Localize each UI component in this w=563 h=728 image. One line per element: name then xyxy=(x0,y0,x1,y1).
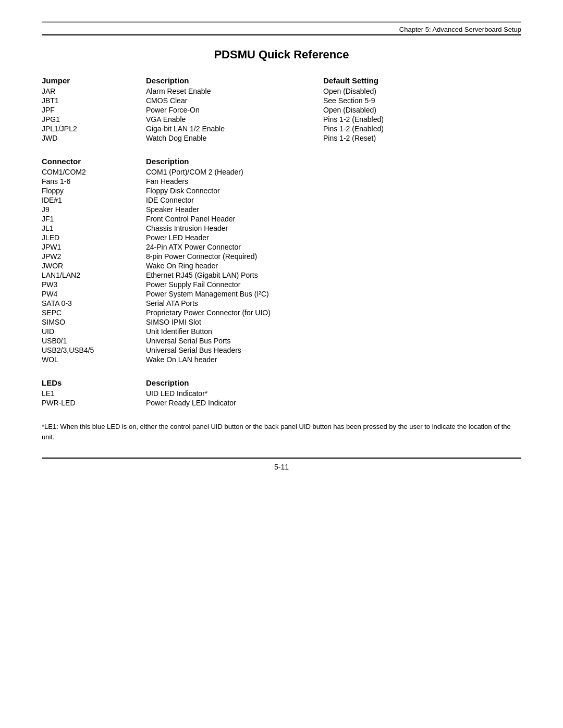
table-row: Fans 1-6 Fan Headers xyxy=(42,177,521,186)
connector-description: 8-pin Power Connector (Required) xyxy=(146,252,323,261)
connector-name: SEPC xyxy=(42,309,146,317)
connector-name: UID xyxy=(42,327,146,336)
led-description: Power Ready LED Indicator xyxy=(146,399,323,407)
table-row: USB0/1 Universal Serial Bus Ports xyxy=(42,337,521,345)
second-rule xyxy=(42,34,521,35)
connector-name: JL1 xyxy=(42,224,146,232)
jumper-description: Alarm Reset Enable xyxy=(146,87,323,95)
table-row: PW4 Power System Management Bus (I²C) xyxy=(42,290,521,298)
connector-description: Power LED Header xyxy=(146,233,323,242)
table-row: Floppy Floppy Disk Connector xyxy=(42,187,521,195)
connector-description: Floppy Disk Connector xyxy=(146,187,323,195)
jumper-default: Open (Disabled) xyxy=(323,87,469,95)
jumper-col2-header: Description xyxy=(146,76,323,85)
connector-description: SIMSO IPMI Slot xyxy=(146,318,323,326)
table-row: JPF Power Force-On Open (Disabled) xyxy=(42,106,521,114)
connector-name: JLED xyxy=(42,233,146,242)
jumper-default: Pins 1-2 (Enabled) xyxy=(323,125,469,133)
jumper-description: CMOS Clear xyxy=(146,96,323,105)
connector-description: Wake On LAN header xyxy=(146,355,323,364)
leds-section: LEDs Description LE1 UID LED Indicator* … xyxy=(42,378,521,407)
table-row: JPL1/JPL2 Giga-bit LAN 1/2 Enable Pins 1… xyxy=(42,125,521,133)
connector-name: JF1 xyxy=(42,215,146,223)
connector-name: SATA 0-3 xyxy=(42,299,146,307)
table-row: WOL Wake On LAN header xyxy=(42,355,521,364)
table-row: JF1 Front Control Panel Header xyxy=(42,215,521,223)
connector-description: Universal Serial Bus Ports xyxy=(146,337,323,345)
led-name: LE1 xyxy=(42,389,146,398)
table-row: JAR Alarm Reset Enable Open (Disabled) xyxy=(42,87,521,95)
table-row: UID Unit Identifier Button xyxy=(42,327,521,336)
connector-description: IDE Connector xyxy=(146,196,323,204)
jumper-description: Giga-bit LAN 1/2 Enable xyxy=(146,125,323,133)
table-row: USB2/3,USB4/5 Universal Serial Bus Heade… xyxy=(42,346,521,354)
connector-description: COM1 (Port)/COM 2 (Header) xyxy=(146,168,323,176)
connector-name: LAN1/LAN2 xyxy=(42,271,146,279)
bottom-rule xyxy=(42,458,521,459)
connector-description: Fan Headers xyxy=(146,177,323,186)
connector-name: WOL xyxy=(42,355,146,364)
chapter-header: Chapter 5: Advanced Serverboard Setup xyxy=(42,26,521,33)
page: Chapter 5: Advanced Serverboard Setup PD… xyxy=(0,0,563,728)
connector-name: SIMSO xyxy=(42,318,146,326)
connector-section: Connector Description COM1/COM2 COM1 (Po… xyxy=(42,157,521,364)
leds-rows: LE1 UID LED Indicator* PWR-LED Power Rea… xyxy=(42,389,521,407)
connector-col2-header: Description xyxy=(146,157,323,166)
connector-description: Serial ATA Ports xyxy=(146,299,323,307)
jumper-description: Power Force-On xyxy=(146,106,323,114)
connector-description: Ethernet RJ45 (Gigabit LAN) Ports xyxy=(146,271,323,279)
table-row: JL1 Chassis Intrusion Header xyxy=(42,224,521,232)
jumper-col1-header: Jumper xyxy=(42,76,146,85)
connector-description: Wake On Ring header xyxy=(146,262,323,270)
table-row: COM1/COM2 COM1 (Port)/COM 2 (Header) xyxy=(42,168,521,176)
connector-name: PW3 xyxy=(42,280,146,289)
table-row: PWR-LED Power Ready LED Indicator xyxy=(42,399,521,407)
connector-description: Unit Identifier Button xyxy=(146,327,323,336)
table-row: JWD Watch Dog Enable Pins 1-2 (Reset) xyxy=(42,134,521,142)
jumper-name: JPF xyxy=(42,106,146,114)
leds-col2-header: Description xyxy=(146,378,323,387)
leds-col-headers: LEDs Description xyxy=(42,378,521,387)
connector-name: IDE#1 xyxy=(42,196,146,204)
connector-name: Floppy xyxy=(42,187,146,195)
jumper-name: JAR xyxy=(42,87,146,95)
table-row: PW3 Power Supply Fail Connector xyxy=(42,280,521,289)
jumper-description: VGA Enable xyxy=(146,115,323,124)
jumper-name: JBT1 xyxy=(42,96,146,105)
table-row: J9 Speaker Header xyxy=(42,205,521,214)
led-description: UID LED Indicator* xyxy=(146,389,323,398)
table-row: JPW2 8-pin Power Connector (Required) xyxy=(42,252,521,261)
connector-name: JPW2 xyxy=(42,252,146,261)
connector-name: JWOR xyxy=(42,262,146,270)
connector-name: PW4 xyxy=(42,290,146,298)
table-row: SATA 0-3 Serial ATA Ports xyxy=(42,299,521,307)
jumper-description: Watch Dog Enable xyxy=(146,134,323,142)
jumper-col-headers: Jumper Description Default Setting xyxy=(42,76,521,85)
table-row: IDE#1 IDE Connector xyxy=(42,196,521,204)
table-row: SEPC Proprietary Power Connector (for UI… xyxy=(42,309,521,317)
connector-rows: COM1/COM2 COM1 (Port)/COM 2 (Header) Fan… xyxy=(42,168,521,364)
table-row: JBT1 CMOS Clear See Section 5-9 xyxy=(42,96,521,105)
connector-name: COM1/COM2 xyxy=(42,168,146,176)
connector-name: Fans 1-6 xyxy=(42,177,146,186)
table-row: JLED Power LED Header xyxy=(42,233,521,242)
jumper-section: Jumper Description Default Setting JAR A… xyxy=(42,76,521,142)
table-row: LE1 UID LED Indicator* xyxy=(42,389,521,398)
page-title: PDSMU Quick Reference xyxy=(42,48,521,61)
table-row: LAN1/LAN2 Ethernet RJ45 (Gigabit LAN) Po… xyxy=(42,271,521,279)
table-row: JPW1 24-Pin ATX Power Connector xyxy=(42,243,521,251)
connector-name: USB0/1 xyxy=(42,337,146,345)
connector-description: Universal Serial Bus Headers xyxy=(146,346,323,354)
jumper-name: JWD xyxy=(42,134,146,142)
connector-description: Proprietary Power Connector (for UIO) xyxy=(146,309,323,317)
jumper-default: See Section 5-9 xyxy=(323,96,469,105)
jumper-default: Pins 1-2 (Enabled) xyxy=(323,115,469,124)
connector-description: Chassis Intrusion Header xyxy=(146,224,323,232)
table-row: JWOR Wake On Ring header xyxy=(42,262,521,270)
connector-name: J9 xyxy=(42,205,146,214)
jumper-default: Pins 1-2 (Reset) xyxy=(323,134,469,142)
top-rule xyxy=(42,21,521,22)
jumper-name: JPG1 xyxy=(42,115,146,124)
connector-name: JPW1 xyxy=(42,243,146,251)
jumper-rows: JAR Alarm Reset Enable Open (Disabled) J… xyxy=(42,87,521,142)
